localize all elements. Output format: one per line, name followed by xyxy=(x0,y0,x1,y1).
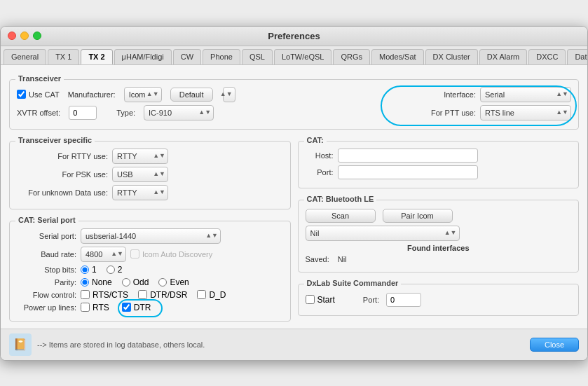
dxlab-fieldset: DxLab Suite Commander Start Port: xyxy=(298,284,580,316)
default-select[interactable] xyxy=(223,87,235,102)
parity-even-radio[interactable] xyxy=(158,278,167,287)
tab-lotw[interactable]: LoTW/eQSL xyxy=(274,49,332,64)
tab-dxalarm[interactable]: DX Alarm xyxy=(479,49,527,64)
dxlab-port-label: Port: xyxy=(363,296,379,304)
manufacturer-select[interactable]: Icom xyxy=(124,87,162,102)
tab-general[interactable]: General xyxy=(4,49,46,64)
unknown-select[interactable]: RTTY xyxy=(112,185,168,200)
tab-uham[interactable]: μHAM/Fldigi xyxy=(114,49,172,64)
bottom-bar: 📔 --> Items are stored in log database, … xyxy=(1,329,587,360)
interface-label: Interface: xyxy=(444,90,476,99)
tab-cw[interactable]: CW xyxy=(173,49,201,64)
icom-auto-wrap: Icom Auto Discovery xyxy=(130,249,212,259)
tab-tx1[interactable]: TX 1 xyxy=(48,49,79,64)
close-button[interactable]: Close xyxy=(530,338,579,352)
parity-none-wrap: None xyxy=(81,277,112,287)
type-select[interactable]: IC-910 xyxy=(144,105,214,120)
port-label-right: Port: xyxy=(306,168,334,177)
host-label: Host: xyxy=(306,151,334,160)
unknown-label: For unknown Data use: xyxy=(17,188,108,197)
use-cat-label: Use CAT xyxy=(29,90,60,99)
manufacturer-label: Manufacturer: xyxy=(68,90,116,99)
dxlab-start-wrap: Start xyxy=(306,295,335,305)
preferences-window: Preferences General TX 1 TX 2 μHAM/Fldig… xyxy=(0,26,588,361)
tab-qrgs[interactable]: QRGs xyxy=(333,49,370,64)
stop2-label: 2 xyxy=(118,265,123,275)
cat-serial-fieldset: CAT: Serial port Serial port: usbserial-… xyxy=(9,221,291,322)
tab-dxcc[interactable]: DXCC xyxy=(528,49,566,64)
stop2-wrap: 2 xyxy=(107,265,123,275)
serial-port-select-wrap: usbserial-1440 ▲▼ xyxy=(81,228,221,244)
dxlab-start-checkbox[interactable] xyxy=(306,295,315,304)
stop1-label: 1 xyxy=(92,265,97,275)
flow-lol-label: D_D xyxy=(209,290,226,300)
stop2-radio[interactable] xyxy=(107,266,115,274)
interface-select[interactable]: Serial xyxy=(480,87,571,102)
host-input[interactable] xyxy=(338,149,478,163)
xvtr-input[interactable] xyxy=(69,106,97,120)
psk-select-wrap: USB ▲▼ xyxy=(112,167,168,182)
flow-dtr-checkbox[interactable] xyxy=(138,290,147,299)
right-panel: CAT: Host: Port: CAT: Bluetooth LE Scan xyxy=(298,135,580,322)
maximize-button[interactable] xyxy=(33,32,41,40)
close-button[interactable] xyxy=(8,32,16,40)
dxlab-start-label: Start xyxy=(317,295,335,305)
tab-dxcluster[interactable]: DX Cluster xyxy=(425,49,478,64)
found-interfaces-label: Found interfaces xyxy=(407,244,470,252)
baud-select[interactable]: 4800 xyxy=(81,247,126,262)
power-dtr-checkbox[interactable] xyxy=(122,303,131,312)
parity-even-label: Even xyxy=(170,277,189,287)
tab-databases[interactable]: Databases xyxy=(567,49,588,64)
port-input-right[interactable] xyxy=(338,165,478,179)
dxlab-port-input[interactable] xyxy=(386,293,421,307)
tab-qsl[interactable]: QSL xyxy=(242,49,273,64)
dxlab-label: DxLab Suite Commander xyxy=(304,279,402,287)
minimize-button[interactable] xyxy=(20,32,29,40)
use-cat-checkbox[interactable] xyxy=(17,90,26,99)
default-select-wrap: ▲▼ xyxy=(223,87,235,102)
parity-odd-radio[interactable] xyxy=(122,278,130,287)
cat-bluetooth-label: CAT: Bluetooth LE xyxy=(304,195,377,203)
stop-bits-label: Stop bits: xyxy=(17,266,76,274)
icom-auto-checkbox[interactable] xyxy=(130,249,139,259)
rtty-select-wrap: RTTY ▲▼ xyxy=(112,149,168,164)
tab-tx2[interactable]: TX 2 xyxy=(81,49,112,64)
rtty-select[interactable]: RTTY xyxy=(112,149,168,164)
flow-rts-wrap: RTS/CTS xyxy=(81,290,128,300)
traffic-lights xyxy=(8,32,41,40)
pair-button[interactable]: Pair Icom xyxy=(383,209,453,223)
type-select-wrap: IC-910 ▲▼ xyxy=(144,105,214,120)
transceiver-fieldset: Transceiver Use CAT Manufacturer: Icom ▲… xyxy=(9,79,579,130)
default-button[interactable]: Default xyxy=(170,88,213,102)
nil-select[interactable]: Nil xyxy=(306,226,460,241)
serial-port-select[interactable]: usbserial-1440 xyxy=(81,228,221,244)
ptt-select[interactable]: RTS line xyxy=(480,105,571,120)
flow-lol-checkbox[interactable] xyxy=(197,290,206,299)
scan-button[interactable]: Scan xyxy=(306,209,376,223)
stop1-radio[interactable] xyxy=(81,266,89,274)
window-title: Preferences xyxy=(268,31,320,41)
power-rts-checkbox[interactable] xyxy=(81,303,90,312)
rtty-label: For RTTY use: xyxy=(17,152,108,160)
psk-select[interactable]: USB xyxy=(112,167,168,182)
baud-label: Baud rate: xyxy=(17,250,76,259)
bottom-info: 📔 --> Items are stored in log database, … xyxy=(9,333,205,356)
flow-dtr-label: DTR/DSR xyxy=(150,290,187,300)
xvtr-label: XVTR offset: xyxy=(17,109,60,117)
left-panel: Transceiver specific For RTTY use: RTTY … xyxy=(9,135,291,322)
use-cat-checkbox-wrap: Use CAT xyxy=(17,90,60,99)
parity-label: Parity: xyxy=(17,278,76,287)
parity-none-radio[interactable] xyxy=(81,278,89,287)
power-rts-label: RTS xyxy=(93,303,109,312)
stop1-wrap: 1 xyxy=(81,265,97,275)
parity-odd-wrap: Odd xyxy=(122,277,149,287)
saved-label: Saved: xyxy=(306,255,329,263)
unknown-select-wrap: RTTY ▲▼ xyxy=(112,185,168,200)
flow-rts-checkbox[interactable] xyxy=(81,290,90,299)
flow-dtr-wrap: DTR/DSR xyxy=(138,290,187,300)
tab-modes[interactable]: Modes/Sat xyxy=(371,49,424,64)
flow-label: Flow control: xyxy=(17,291,76,299)
baud-select-wrap: 4800 ▲▼ xyxy=(81,247,126,262)
bottom-info-text: --> Items are stored in log database, ot… xyxy=(37,340,205,349)
tab-phone[interactable]: Phone xyxy=(203,49,240,64)
